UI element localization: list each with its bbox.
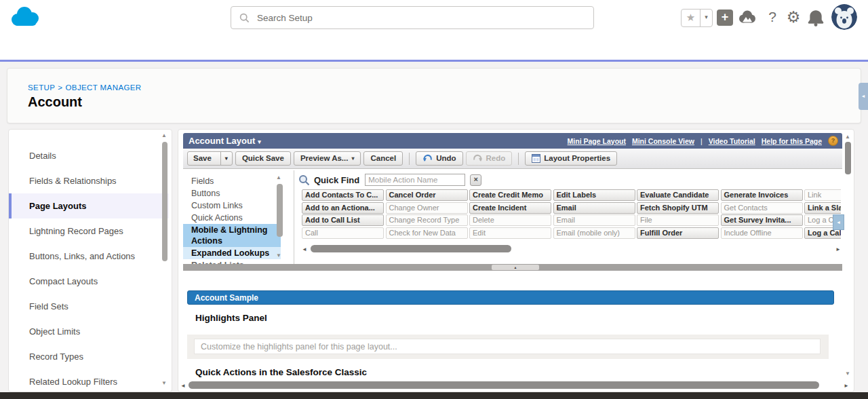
sidebar-item-buttons-links-actions[interactable]: Buttons, Links, and Actions (9, 244, 169, 269)
sidebar-item-object-limits[interactable]: Object Limits (9, 319, 169, 344)
sidebar-item-record-types[interactable]: Record Types (9, 344, 169, 369)
layout-properties-icon (532, 154, 540, 163)
sidebar-item-lightning-record-pages[interactable]: Lightning Record Pages (9, 218, 169, 244)
layout-title[interactable]: Account Layout▾ (189, 133, 261, 149)
palette-action[interactable]: Create Incident (469, 202, 551, 214)
category-scroll-up-icon[interactable]: ▲ (276, 174, 281, 180)
cancel-button[interactable]: Cancel (363, 151, 403, 166)
layout-properties-button[interactable]: Layout Properties (525, 151, 617, 166)
quick-save-button[interactable]: Quick Save (235, 151, 291, 166)
palette-action[interactable]: Add to Call List (302, 214, 384, 226)
palette-action[interactable]: Get Survey Invita... (721, 214, 803, 226)
editor-scrollbar-thumb[interactable] (845, 142, 851, 174)
sidebar-scroll-down-icon[interactable]: ▼ (161, 380, 167, 386)
cancel-label: Cancel (370, 152, 396, 165)
page-header-card: SETUP>OBJECT MANAGER Account (7, 68, 861, 124)
palette-action[interactable]: Call (302, 227, 384, 239)
palette-action[interactable]: Email (553, 202, 635, 214)
palette-action[interactable]: Link (804, 189, 841, 201)
quick-find-row: Quick Find × (298, 172, 481, 187)
palette-scrollbar-thumb[interactable] (311, 245, 511, 252)
palette-action[interactable]: Generate Invoices (721, 189, 803, 201)
palette-action[interactable]: Fulfill Order (637, 227, 719, 239)
palette-action[interactable]: Email (553, 214, 635, 226)
canvas-h-scrollbar[interactable]: ◄ ► (180, 381, 849, 391)
guidance-center-icon[interactable] (738, 8, 757, 27)
palette-action[interactable]: Add Contacts To C... (302, 189, 384, 201)
undo-icon (422, 154, 433, 163)
quick-find-clear-button[interactable]: × (470, 174, 481, 186)
palette-collapse-bar: ▲ (183, 264, 842, 271)
palette-action[interactable]: Get Contacts (721, 202, 803, 214)
palette-action[interactable]: Edit Labels (553, 189, 635, 201)
palette-action[interactable]: Change Record Type (386, 214, 468, 226)
mini-page-layout-link[interactable]: Mini Page Layout (568, 137, 626, 145)
redo-icon (473, 154, 483, 163)
mini-console-view-link[interactable]: Mini Console View (632, 137, 694, 145)
favorites-star-button[interactable]: ★ (682, 10, 700, 26)
canvas-scrollbar-thumb[interactable] (189, 381, 819, 389)
palette-action[interactable]: File (637, 214, 719, 226)
editor-scroll-down-icon[interactable]: ▼ (844, 370, 852, 377)
classic-help-icon[interactable]: ? (828, 136, 838, 146)
palette-action[interactable]: Cancel Order (386, 189, 468, 201)
sidebar-item-compact-layouts[interactable]: Compact Layouts (9, 269, 169, 294)
sidebar-item-related-lookup-filters[interactable]: Related Lookup Filters (9, 369, 169, 392)
category-mobile-lightning-actions[interactable]: Mobile & Lightning Actions (183, 224, 281, 247)
notifications-bell-icon[interactable] (808, 9, 824, 26)
quick-find-input[interactable] (365, 174, 465, 186)
save-caret-icon[interactable]: ▾ (220, 152, 232, 165)
sidebar-item-page-layouts[interactable]: Page Layouts (9, 193, 169, 218)
video-tutorial-link[interactable]: Video Tutorial (709, 137, 755, 145)
palette-action[interactable]: Fetch Shopify UTM (637, 202, 719, 214)
canvas-scroll-right-icon[interactable]: ► (844, 383, 849, 389)
palette-action-grid: Add Contacts To C... Add to an Actiona..… (302, 189, 841, 240)
panel-expand-handle[interactable]: ◄ (859, 83, 868, 110)
layout-canvas: Account Sample Highlights Panel Customiz… (183, 271, 842, 390)
scroll-indicator-button[interactable]: ◄ (833, 214, 844, 230)
palette-action[interactable]: Link a Slac (804, 202, 841, 214)
user-avatar[interactable] (831, 4, 857, 30)
canvas-scroll-left-icon[interactable]: ◄ (180, 383, 186, 389)
help-for-this-page-link[interactable]: Help for this Page (762, 137, 822, 145)
palette-action[interactable]: Create Credit Memo (469, 189, 551, 201)
save-button[interactable]: Save ▾ (187, 151, 233, 166)
undo-button[interactable]: Undo (416, 151, 462, 166)
toolbar-divider (409, 153, 410, 165)
global-header: ★ ▾ + ? ⚙ (0, 0, 868, 36)
highlights-panel[interactable]: Customize the highlights panel for this … (187, 335, 829, 359)
category-scrollbar-thumb[interactable] (277, 184, 283, 237)
search-input[interactable] (256, 12, 593, 24)
palette-collapse-button[interactable]: ▲ (492, 265, 539, 270)
category-related-lists[interactable]: Related Lists (183, 259, 294, 264)
editor-scroll-up-icon[interactable]: ▲ (844, 134, 852, 140)
redo-button[interactable]: Redo (466, 151, 513, 166)
highlights-panel-heading: Highlights Panel (195, 313, 267, 323)
help-button[interactable]: ? (766, 7, 779, 27)
sidebar-item-details[interactable]: Details (9, 143, 169, 168)
setup-gear-button[interactable]: ⚙ (784, 5, 803, 28)
palette-action[interactable]: Change Owner (386, 202, 468, 214)
palette-action[interactable]: Check for New Data (386, 227, 468, 239)
favorites-caret-button[interactable]: ▾ (700, 10, 712, 26)
quick-find-search-icon (298, 174, 310, 186)
palette-scroll-left-icon[interactable]: ◄ (302, 246, 307, 252)
category-expanded-lookups[interactable]: Expanded Lookups (183, 247, 281, 259)
palette-action[interactable]: Email (mobile only) (553, 227, 635, 239)
sidebar-scrollbar-thumb[interactable] (162, 142, 167, 261)
breadcrumb-link-setup[interactable]: SETUP (28, 83, 55, 92)
quick-create-button[interactable]: + (717, 10, 733, 26)
palette-action[interactable]: Delete (469, 214, 551, 226)
palette-action[interactable]: Include Offline (721, 227, 803, 239)
palette-action[interactable]: Evaluate Candidate (637, 189, 719, 201)
palette-action[interactable]: Edit (469, 227, 551, 239)
breadcrumb-link-object-manager[interactable]: OBJECT MANAGER (65, 83, 141, 92)
sidebar-item-field-sets[interactable]: Field Sets (9, 294, 169, 319)
palette-scroll-right-icon[interactable]: ► (835, 246, 841, 252)
palette-h-scrollbar[interactable]: ◄ ► (302, 244, 841, 254)
sidebar-item-fields-relationships[interactable]: Fields & Relationships (9, 168, 169, 193)
category-scroll-down-icon[interactable]: ▼ (276, 252, 281, 259)
palette-action[interactable]: Add to an Actiona... (302, 202, 384, 214)
layout-section-header[interactable]: Account Sample (187, 290, 834, 305)
preview-as-button[interactable]: Preview As... ▾ (294, 151, 361, 166)
